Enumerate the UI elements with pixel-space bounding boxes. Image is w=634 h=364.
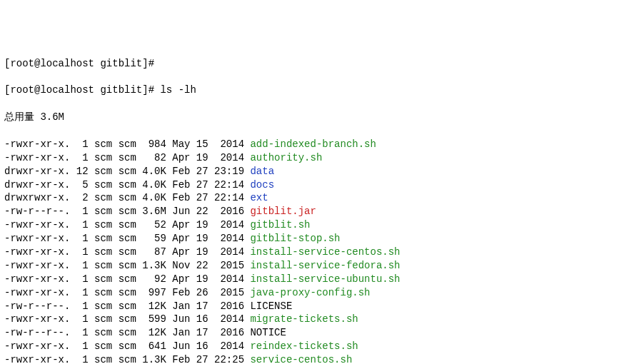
file-name: install-service-fedora.sh (250, 260, 400, 271)
file-name: service-centos.sh (250, 354, 352, 364)
file-name: java-proxy-config.sh (250, 287, 370, 298)
command-ls: ls -lh (160, 84, 196, 96)
file-row: -rwxr-xr-x. 1 scm scm 1.3K Nov 22 2015 i… (4, 259, 630, 273)
file-row: -rwxr-xr-x. 1 scm scm 599 Jun 16 2014 mi… (4, 313, 630, 326)
file-row: -rw-r--r--. 1 scm scm 12K Jan 17 2016 LI… (4, 300, 630, 313)
file-row: -rwxr-xr-x. 1 scm scm 82 Apr 19 2014 aut… (4, 151, 630, 165)
file-name: migrate-tickets.sh (250, 313, 358, 325)
file-row: drwxr-xr-x. 5 scm scm 4.0K Feb 27 22:14 … (4, 178, 630, 192)
prompt-line[interactable]: [root@localhost gitblit]# (4, 57, 630, 71)
file-row: drwxr-xr-x. 12 scm scm 4.0K Feb 27 23:19… (4, 165, 630, 178)
file-name: docs (250, 179, 274, 191)
shell-prompt: [root@localhost gitblit]# (4, 58, 160, 69)
file-row: -rwxr-xr-x. 1 scm scm 52 Apr 19 2014 git… (4, 218, 630, 232)
file-name: gitblit.jar (250, 206, 316, 217)
file-name: data (250, 166, 274, 177)
file-name: gitblit.sh (250, 219, 310, 231)
file-row: drwxrwxr-x. 2 scm scm 4.0K Feb 27 22:14 … (4, 191, 630, 205)
file-name: install-service-centos.sh (250, 246, 400, 258)
ls-total: 总用量 3.6M (4, 111, 630, 124)
file-row: -rw-r--r--. 1 scm scm 3.6M Jun 22 2016 g… (4, 205, 630, 218)
file-row: -rwxr-xr-x. 1 scm scm 92 Apr 19 2014 ins… (4, 273, 630, 286)
file-row: -rwxr-xr-x. 1 scm scm 87 Apr 19 2014 ins… (4, 246, 630, 259)
file-row: -rw-r--r--. 1 scm scm 12K Jan 17 2016 NO… (4, 326, 630, 340)
file-row: -rwxr-xr-x. 1 scm scm 1.3K Feb 27 22:25 … (4, 353, 630, 364)
file-row: -rwxr-xr-x. 1 scm scm 997 Feb 26 2015 ja… (4, 286, 630, 300)
file-row: -rwxr-xr-x. 1 scm scm 984 May 15 2014 ad… (4, 138, 630, 151)
file-name: ext (250, 192, 268, 203)
file-name: NOTICE (250, 327, 286, 338)
file-name: gitblit-stop.sh (250, 233, 340, 244)
prompt-line-ls[interactable]: [root@localhost gitblit]# ls -lh (4, 84, 630, 97)
file-row: -rwxr-xr-x. 1 scm scm 641 Jun 16 2014 re… (4, 340, 630, 353)
file-name: add-indexed-branch.sh (250, 138, 376, 150)
file-name: authority.sh (250, 152, 322, 163)
file-name: reindex-tickets.sh (250, 340, 358, 352)
file-name: install-service-ubuntu.sh (250, 273, 400, 285)
shell-prompt: [root@localhost gitblit]# (4, 84, 160, 96)
file-row: -rwxr-xr-x. 1 scm scm 59 Apr 19 2014 git… (4, 232, 630, 246)
file-name: LICENSE (250, 300, 292, 312)
